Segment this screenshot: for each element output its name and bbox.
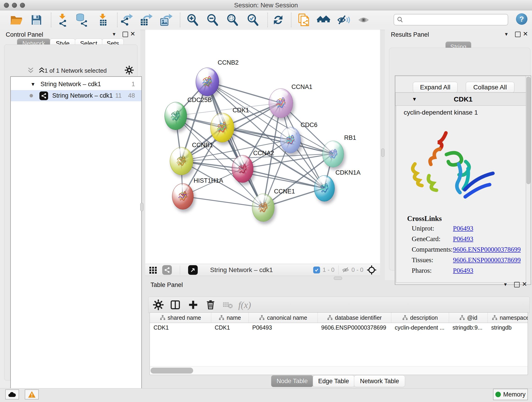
crosslink-link[interactable]: 9606.ENSP00000378699 <box>453 246 521 253</box>
column-header-database-identifier[interactable]: database identifier <box>317 313 391 323</box>
network-node-rb1[interactable] <box>322 141 344 167</box>
export-image-icon[interactable] <box>159 13 173 27</box>
column-header-name[interactable]: name <box>211 313 249 323</box>
gene-symbol: CDK1 <box>417 95 509 103</box>
import-network-database-icon[interactable] <box>75 13 88 27</box>
horizontal-splitter-handle[interactable] <box>334 277 342 280</box>
import-table-icon[interactable] <box>96 13 109 27</box>
column-header-label: @id <box>467 314 477 321</box>
network-view-icon[interactable] <box>162 264 172 276</box>
results-panel-menu-arrow-icon[interactable]: ▼ <box>504 32 509 37</box>
network-canvas[interactable]: CCNB2CCNA1CDC25BCDK1CDC6RB1CCNB1CCNA2CDK… <box>145 30 380 264</box>
table-horizontal-scrollbar[interactable] <box>150 366 528 375</box>
table-cell[interactable]: CDK1 <box>150 323 211 332</box>
zoom-out-icon[interactable] <box>206 13 219 27</box>
network-row[interactable]: String Network – cdk1 11 48 <box>11 90 141 101</box>
right-splitter-handle[interactable] <box>381 148 385 157</box>
results-scrollbar-thumb[interactable] <box>526 77 530 184</box>
node-table[interactable]: shared namenamecanonical namedatabase id… <box>150 313 528 375</box>
crosslink-link[interactable]: P06493 <box>453 235 473 243</box>
control-panel-menu-arrow-icon[interactable]: ▼ <box>112 32 116 37</box>
crosslink-link[interactable]: P06493 <box>453 267 473 274</box>
gene-section-header[interactable]: ▼ CDK1 <box>395 92 530 106</box>
show-selected-icon[interactable] <box>357 13 370 27</box>
network-node-cdk1[interactable] <box>210 113 234 142</box>
control-panel-close-button[interactable]: ✕ <box>130 30 135 38</box>
tab-network-table[interactable]: Network Table <box>354 375 405 387</box>
table-cell[interactable]: stringdb:9... <box>449 323 488 332</box>
results-panel-float-button[interactable] <box>515 32 520 37</box>
hide-selected-icon[interactable] <box>337 13 350 27</box>
add-column-icon[interactable] <box>187 299 199 311</box>
network-node-ccna2[interactable] <box>232 155 253 183</box>
network-node-cdkn1a[interactable] <box>314 175 335 201</box>
crosslink-link[interactable]: P06493 <box>453 225 473 232</box>
help-button[interactable]: ? <box>516 13 527 25</box>
fit-selected-crosshair-icon[interactable] <box>367 264 377 276</box>
network-edge[interactable] <box>207 82 263 207</box>
table-cell[interactable]: CDK1 <box>211 323 249 332</box>
network-node-cdc6[interactable] <box>280 127 301 153</box>
gene-section-content: cyclin-dependent kinase 1 <box>396 105 530 283</box>
export-network-icon[interactable] <box>120 13 133 27</box>
network-search-box[interactable] <box>394 14 508 26</box>
column-header-namespace[interactable]: namespace <box>488 313 528 323</box>
cloud-services-button[interactable] <box>5 389 19 400</box>
network-edge[interactable] <box>183 196 263 207</box>
network-edge[interactable] <box>242 169 324 188</box>
zoom-in-icon[interactable] <box>186 13 199 27</box>
memory-button[interactable]: Memory <box>493 389 528 400</box>
crosslink-link[interactable]: 9606.ENSP00000378699 <box>453 256 521 264</box>
column-header-shared-name[interactable]: shared name <box>150 313 211 323</box>
network-options-gear-icon[interactable] <box>124 65 134 76</box>
table-cell[interactable]: stringdb <box>488 323 528 332</box>
zoom-selected-icon[interactable] <box>246 13 260 27</box>
show-columns-icon[interactable] <box>170 299 181 311</box>
clone-network-icon[interactable] <box>297 13 310 27</box>
network-node-hist1h1a[interactable] <box>172 183 194 210</box>
tab-edge-table[interactable]: Edge Table <box>313 375 355 387</box>
left-splitter-handle[interactable] <box>140 203 143 211</box>
expand-all-button[interactable]: Expand All <box>413 82 457 93</box>
tab-node-table[interactable]: Node Table <box>271 375 313 387</box>
table-options-gear-icon[interactable] <box>152 299 164 311</box>
node-label-rb1: RB1 <box>344 134 356 141</box>
network-collection-row[interactable]: ▼ String Network – cdk1 1 <box>11 79 141 90</box>
collapse-all-button[interactable]: Collapse All <box>466 82 514 93</box>
zoom-fit-icon[interactable] <box>226 13 239 27</box>
table-panel-menu-arrow-icon[interactable]: ▼ <box>503 282 508 287</box>
refresh-layout-icon[interactable] <box>272 13 285 27</box>
gene-section-collapse-icon[interactable]: ▼ <box>412 96 417 102</box>
show-all-networks-icon[interactable] <box>317 13 330 27</box>
grid-view-icon[interactable] <box>149 264 157 276</box>
column-header-description[interactable]: description <box>391 313 449 323</box>
delete-column-icon[interactable] <box>205 299 216 311</box>
search-input[interactable] <box>405 16 508 24</box>
network-node-cdc25b[interactable] <box>165 102 187 130</box>
birds-eye-view-icon[interactable] <box>188 264 198 276</box>
results-panel-close-button[interactable]: ✕ <box>523 30 528 38</box>
table-cell[interactable]: P06493 <box>249 323 317 332</box>
table-row[interactable]: CDK1CDK1P064939606.ENSP00000378699cyclin… <box>150 323 528 332</box>
results-scrollbar[interactable] <box>526 76 531 283</box>
import-network-icon[interactable] <box>56 13 69 27</box>
export-table-icon[interactable] <box>139 13 153 27</box>
table-scrollbar-thumb[interactable] <box>151 368 193 374</box>
node-label-cdk1: CDK1 <box>233 107 249 114</box>
table-panel-float-button[interactable] <box>514 282 520 287</box>
search-icon <box>397 17 403 23</box>
table-panel-close-button[interactable]: ✕ <box>522 281 527 288</box>
table-cell[interactable]: 9606.ENSP00000378699 <box>317 323 391 332</box>
network-node-ccna1[interactable] <box>269 89 293 118</box>
network-node-ccnb2[interactable] <box>196 68 219 96</box>
table-cell[interactable]: cyclin-dependent ... <box>391 323 449 332</box>
warnings-button[interactable] <box>25 389 39 400</box>
control-panel-float-button[interactable] <box>123 32 128 37</box>
save-session-icon[interactable] <box>30 13 43 27</box>
column-header-canonical-name[interactable]: canonical name <box>249 313 317 323</box>
network-node-ccne1[interactable] <box>252 194 274 222</box>
open-session-icon[interactable] <box>10 13 23 27</box>
network-node-ccnb1[interactable] <box>170 147 193 175</box>
collection-expand-arrow-icon[interactable]: ▼ <box>31 81 36 87</box>
column-header--id[interactable]: @id <box>449 313 488 323</box>
